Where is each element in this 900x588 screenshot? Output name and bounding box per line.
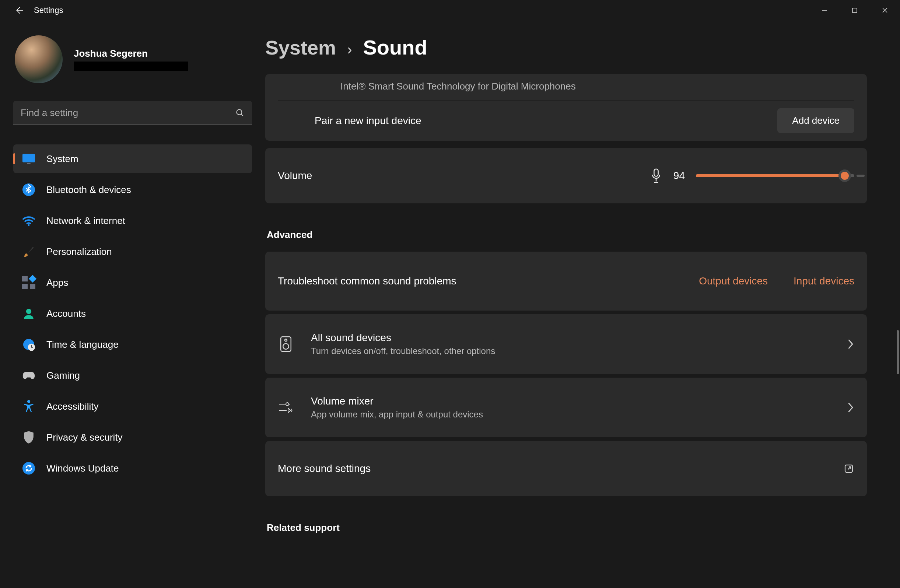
svg-line-5 bbox=[241, 114, 243, 116]
add-device-button[interactable]: Add device bbox=[777, 108, 854, 133]
wifi-icon bbox=[22, 214, 36, 227]
more-sound-settings-row[interactable]: More sound settings bbox=[265, 441, 867, 496]
svg-point-20 bbox=[286, 403, 289, 406]
search-box[interactable] bbox=[13, 101, 252, 125]
user-block[interactable]: Joshua Segeren bbox=[13, 36, 252, 83]
input-devices-link[interactable]: Input devices bbox=[793, 275, 854, 287]
back-button[interactable] bbox=[15, 5, 25, 16]
svg-point-14 bbox=[22, 462, 35, 475]
sidebar-item-label: Bluetooth & devices bbox=[47, 184, 131, 195]
slider-fill bbox=[696, 174, 845, 177]
section-related: Related support bbox=[267, 522, 867, 534]
more-settings-label: More sound settings bbox=[278, 463, 371, 475]
shield-icon bbox=[22, 431, 36, 444]
chevron-right-icon: › bbox=[347, 41, 352, 58]
apps-icon bbox=[22, 276, 36, 289]
search-input[interactable] bbox=[21, 107, 235, 119]
chevron-right-icon bbox=[846, 338, 854, 350]
all-sound-devices-row[interactable]: All sound devices Turn devices on/off, t… bbox=[265, 314, 867, 374]
sidebar-item-network[interactable]: Network & internet bbox=[13, 206, 252, 235]
breadcrumb: System › Sound bbox=[265, 21, 885, 74]
scrollbar-thumb[interactable] bbox=[897, 330, 899, 374]
minimize-button[interactable] bbox=[809, 2, 839, 19]
microphone-icon[interactable] bbox=[650, 168, 663, 183]
mixer-title: Volume mixer bbox=[311, 395, 483, 407]
svg-point-10 bbox=[26, 309, 31, 314]
svg-rect-6 bbox=[22, 154, 35, 163]
gamepad-icon bbox=[22, 369, 36, 382]
slider-trail bbox=[857, 175, 864, 177]
sidebar-item-time[interactable]: Time & language bbox=[13, 330, 252, 359]
chevron-right-icon bbox=[846, 402, 854, 413]
title-bar: Settings bbox=[0, 0, 900, 21]
volume-slider[interactable] bbox=[696, 174, 854, 177]
volume-mixer-row[interactable]: Volume mixer App volume mix, app input &… bbox=[265, 378, 867, 438]
sidebar-item-accessibility[interactable]: Accessibility bbox=[13, 392, 252, 421]
breadcrumb-page: Sound bbox=[363, 36, 427, 59]
speaker-device-icon bbox=[278, 336, 294, 352]
main-content: System › Sound Intel® Smart Sound Techno… bbox=[265, 21, 900, 588]
bluetooth-icon bbox=[22, 183, 36, 196]
output-devices-link[interactable]: Output devices bbox=[699, 275, 768, 287]
sidebar-item-label: Apps bbox=[47, 277, 68, 289]
pair-device-label: Pair a new input device bbox=[315, 115, 421, 127]
sidebar-item-label: Accessibility bbox=[47, 401, 99, 412]
sidebar-item-accounts[interactable]: Accounts bbox=[13, 299, 252, 328]
breadcrumb-parent[interactable]: System bbox=[265, 36, 336, 59]
sidebar-item-label: Windows Update bbox=[47, 463, 119, 474]
sidebar-item-label: Time & language bbox=[47, 339, 119, 351]
person-icon bbox=[22, 307, 36, 320]
app-title: Settings bbox=[34, 6, 64, 15]
sidebar-item-gaming[interactable]: Gaming bbox=[13, 361, 252, 390]
volume-value: 94 bbox=[673, 170, 685, 182]
sidebar-item-personalization[interactable]: Personalization bbox=[13, 237, 252, 266]
sidebar: Joshua Segeren System Bluetooth & dev bbox=[0, 21, 265, 588]
sidebar-item-system[interactable]: System bbox=[13, 144, 252, 173]
mixer-icon bbox=[278, 401, 294, 414]
pair-device-row: Pair a new input device Add device bbox=[278, 100, 854, 141]
sidebar-item-update[interactable]: Windows Update bbox=[13, 454, 252, 483]
user-email-redacted bbox=[74, 62, 188, 71]
sidebar-item-label: Gaming bbox=[47, 370, 80, 381]
maximize-button[interactable] bbox=[839, 2, 870, 19]
mixer-sub: App volume mix, app input & output devic… bbox=[311, 409, 483, 420]
svg-rect-7 bbox=[27, 163, 30, 164]
window-controls bbox=[809, 2, 900, 19]
sidebar-item-label: Accounts bbox=[47, 308, 86, 320]
svg-point-13 bbox=[27, 400, 30, 403]
clock-globe-icon bbox=[22, 338, 36, 351]
sidebar-item-label: Privacy & security bbox=[47, 432, 123, 443]
nav: System Bluetooth & devices Network & int… bbox=[13, 144, 252, 483]
input-volume-card: Volume 94 bbox=[265, 148, 867, 203]
svg-rect-1 bbox=[852, 8, 857, 12]
svg-point-17 bbox=[285, 339, 287, 341]
slider-thumb[interactable] bbox=[838, 169, 851, 182]
display-icon bbox=[22, 152, 36, 165]
all-devices-sub: Turn devices on/off, troubleshoot, other… bbox=[311, 346, 495, 356]
input-device-card: Intel® Smart Sound Technology for Digita… bbox=[265, 74, 867, 141]
svg-point-9 bbox=[28, 224, 30, 226]
all-devices-title: All sound devices bbox=[311, 332, 495, 344]
sidebar-item-label: System bbox=[47, 153, 79, 165]
search-icon bbox=[235, 108, 245, 118]
troubleshoot-card: Troubleshoot common sound problems Outpu… bbox=[265, 251, 867, 310]
accessibility-icon bbox=[22, 400, 36, 413]
section-advanced: Advanced bbox=[267, 229, 867, 240]
open-external-icon bbox=[843, 463, 854, 474]
input-device-subtitle: Intel® Smart Sound Technology for Digita… bbox=[278, 74, 854, 100]
troubleshoot-label: Troubleshoot common sound problems bbox=[278, 275, 456, 287]
sidebar-item-label: Personalization bbox=[47, 246, 112, 258]
svg-rect-15 bbox=[654, 169, 658, 177]
sidebar-item-privacy[interactable]: Privacy & security bbox=[13, 423, 252, 452]
sidebar-item-apps[interactable]: Apps bbox=[13, 268, 252, 297]
svg-point-4 bbox=[236, 109, 242, 115]
close-button[interactable] bbox=[870, 2, 900, 19]
svg-point-18 bbox=[283, 343, 289, 349]
update-icon bbox=[22, 462, 36, 475]
sidebar-item-label: Network & internet bbox=[47, 215, 125, 227]
user-name: Joshua Segeren bbox=[74, 48, 188, 59]
volume-label: Volume bbox=[278, 170, 312, 182]
sidebar-item-bluetooth[interactable]: Bluetooth & devices bbox=[13, 175, 252, 204]
avatar bbox=[15, 36, 63, 83]
paintbrush-icon bbox=[22, 245, 36, 258]
